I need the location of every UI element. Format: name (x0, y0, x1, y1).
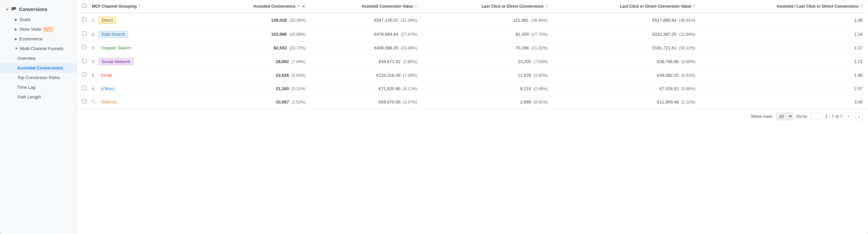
row-checkbox[interactable] (82, 31, 87, 36)
col2-value: €478,984.64 (374, 32, 398, 37)
col2-value: €49,671.42 (379, 59, 400, 64)
row-checkbox-cell[interactable] (80, 27, 89, 41)
col2-value: €128,316.45 (376, 73, 400, 78)
row-number: 6. (92, 87, 97, 91)
row-col5: 2.57 (698, 82, 865, 95)
col5-value: 1.06 (854, 18, 863, 23)
col3-value: 2,999 (520, 99, 531, 104)
col2-value: €58,670.00 (379, 99, 400, 104)
channel-tag[interactable]: (Other) (99, 86, 118, 92)
row-checkbox[interactable] (82, 99, 87, 103)
row-col3: 2,999 (0.91%) (420, 95, 551, 108)
col-channel-header[interactable]: MCF Channel Grouping ? (89, 0, 203, 13)
row-checkbox-cell[interactable] (80, 13, 89, 27)
col4-pct: (3.66%) (681, 59, 695, 64)
help-icon[interactable]: ? (546, 4, 548, 9)
select-all-checkbox[interactable] (82, 3, 87, 8)
channel-tag[interactable]: Email (99, 72, 115, 78)
row-col2: €49,671.42 (2.85%) (308, 55, 420, 68)
row-number: 4. (92, 59, 97, 64)
row-number: 5. (92, 73, 97, 78)
sidebar-item-label: Top Conversion Paths (18, 75, 60, 80)
sidebar-item-store-visits[interactable]: ▶ Store Visits BETA (0, 24, 76, 34)
col2-label: Assisted Conversion Value (362, 4, 413, 9)
row-col3: 23,200 (7.03%) (420, 55, 551, 68)
row-col3: 121,881 (36.94%) (420, 13, 551, 27)
help-icon[interactable]: ? (415, 4, 417, 9)
row-col4: €7,028.52 (0.66%) (550, 82, 698, 95)
sidebar-item-path-length[interactable]: Path Length (0, 92, 76, 102)
col1-header[interactable]: Assisted Conversions ? ▼ (203, 0, 308, 13)
col4-label: Last Click or Direct Conversion Value (620, 4, 691, 9)
help-icon[interactable]: ? (693, 4, 695, 9)
row-channel-cell: 4. Social Network (89, 55, 203, 68)
table-row: 1. Direct 129,028 (32.38%) €547,145.07 (… (80, 13, 865, 27)
col5-value: 1.14 (854, 32, 863, 37)
row-checkbox[interactable] (82, 18, 87, 22)
col1-value: 129,028 (271, 18, 287, 23)
prev-page-button[interactable]: ‹ (845, 112, 852, 120)
row-checkbox[interactable] (82, 72, 87, 77)
col2-header[interactable]: Assisted Conversion Value ? (308, 0, 420, 13)
col3-pct: (21.31%) (531, 46, 548, 51)
sidebar-item-overview[interactable]: Overview (0, 54, 76, 63)
col3-header[interactable]: Last Click or Direct Conversions ? (420, 0, 551, 13)
row-channel-cell: 5. Email (89, 68, 203, 82)
channel-tag[interactable]: Social Network (99, 58, 134, 65)
row-checkbox-cell[interactable] (80, 55, 89, 68)
col4-value: €242,387.25 (652, 32, 677, 37)
col5-header[interactable]: Assisted / Last Click or Direct Conversi… (698, 0, 865, 13)
show-rows-select[interactable]: 10 25 50 100 (776, 112, 794, 120)
sidebar-item-assisted-conversions[interactable]: Assisted Conversions (0, 63, 76, 73)
row-col1: 28,062 (7.04%) (203, 55, 308, 68)
channel-tag[interactable]: Paid Search (99, 31, 128, 38)
channel-tag[interactable]: Organic Search (99, 45, 134, 51)
expand-arrow-icon: ▶ (15, 37, 18, 41)
sidebar-item-multi-channel[interactable]: ▼ Multi-Channel Funnels (0, 44, 76, 54)
row-col3: 91,439 (27.72%) (420, 27, 551, 41)
sidebar-conversions-header[interactable]: ▼ 🏴 Conversions (0, 4, 76, 15)
help-icon[interactable]: ? (860, 4, 863, 9)
sidebar-item-label: Overview (18, 56, 35, 61)
row-checkbox[interactable] (82, 45, 87, 49)
col3-value: 23,200 (518, 59, 531, 64)
sidebar-item-label: Ecommerce (20, 36, 42, 41)
sidebar-item-top-conversion-paths[interactable]: Top Conversion Paths (0, 73, 76, 82)
channel-tag[interactable]: Referral (99, 99, 119, 105)
row-col2: €547,145.07 (31.38%) (308, 13, 420, 27)
row-checkbox[interactable] (82, 86, 87, 90)
channel-tag[interactable]: Direct (99, 17, 116, 24)
go-to-input[interactable]: 1 (810, 113, 823, 120)
help-icon[interactable]: ? (297, 4, 300, 9)
col1-pct: (7.04%) (291, 59, 306, 64)
next-page-button[interactable]: › (855, 112, 863, 120)
row-checkbox-cell[interactable] (80, 68, 89, 82)
col1-label: Assisted Conversions (253, 4, 296, 9)
col3-pct: (0.91%) (533, 100, 548, 104)
row-checkbox-cell[interactable] (80, 95, 89, 108)
sidebar-item-goals[interactable]: ▶ Goals (0, 15, 76, 24)
sidebar-item-ecommerce[interactable]: ▶ Ecommerce (0, 34, 76, 44)
row-checkbox[interactable] (82, 59, 87, 63)
row-checkbox-cell[interactable] (80, 82, 89, 95)
sidebar-title: Conversions (19, 7, 48, 12)
col3-pct: (2.49%) (533, 87, 548, 91)
row-checkbox-cell[interactable] (80, 41, 89, 55)
col1-pct: (26.09%) (289, 32, 306, 37)
row-col4: €11,909.48 (1.12%) (550, 95, 698, 108)
col4-pct: (1.12%) (681, 100, 695, 104)
sort-down-icon[interactable]: ▼ (302, 4, 306, 9)
col2-pct: (27.47%) (401, 32, 417, 37)
row-col2: €478,984.64 (27.47%) (308, 27, 420, 41)
col1-pct: (32.38%) (289, 18, 306, 23)
col4-header[interactable]: Last Click or Direct Conversion Value ? (550, 0, 698, 13)
col1-value: 10,067 (276, 99, 289, 104)
col2-pct: (31.38%) (401, 18, 417, 23)
col4-value: €11,909.48 (657, 99, 679, 104)
sidebar-item-label: Path Length (18, 95, 41, 99)
sidebar-item-time-lag[interactable]: Time Lag (0, 82, 76, 92)
expand-arrow-icon: ▶ (15, 27, 18, 31)
col-channel-label: MCF Channel Grouping (92, 4, 137, 9)
select-all-header[interactable] (80, 0, 89, 13)
help-icon[interactable]: ? (138, 4, 141, 9)
